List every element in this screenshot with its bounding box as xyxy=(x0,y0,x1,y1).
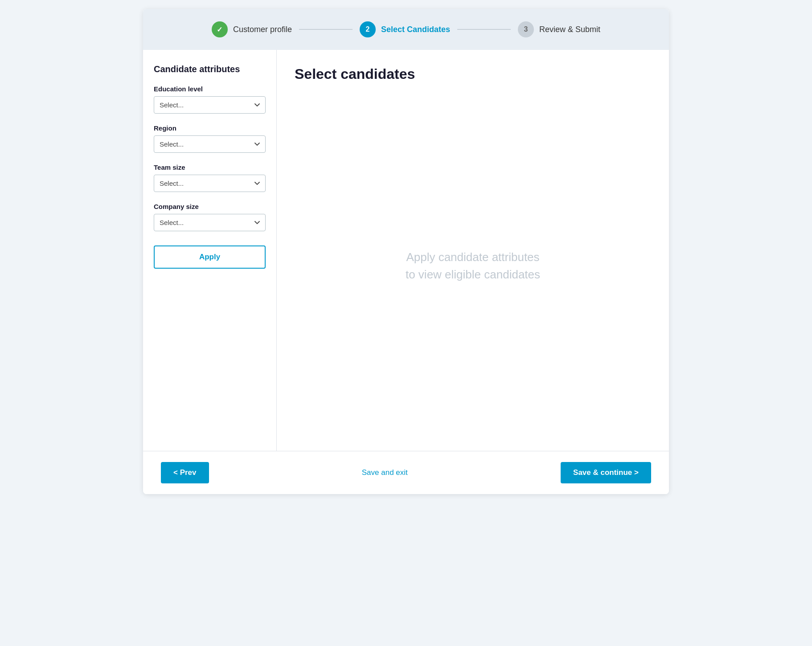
step-1-circle: ✓ xyxy=(212,21,228,37)
region-label: Region xyxy=(154,124,266,132)
apply-button[interactable]: Apply xyxy=(154,245,266,269)
company-size-select[interactable]: Select... Small Medium Large Enterprise xyxy=(154,214,266,231)
prev-button[interactable]: < Prev xyxy=(161,462,209,483)
filter-group-region: Region Select... North America Europe As… xyxy=(154,124,266,153)
step-connector-1-2 xyxy=(299,29,353,30)
empty-state-text: Apply candidate attributes to view eligi… xyxy=(406,249,540,283)
empty-state-line-2: to view eligible candidates xyxy=(406,266,540,283)
step-3-circle: 3 xyxy=(518,21,534,37)
save-continue-button[interactable]: Save & continue > xyxy=(561,462,651,483)
team-size-label: Team size xyxy=(154,164,266,171)
step-2-label: Select Candidates xyxy=(381,25,450,34)
step-connector-2-3 xyxy=(457,29,511,30)
save-exit-button[interactable]: Save and exit xyxy=(353,462,417,483)
step-1-label: Customer profile xyxy=(233,25,292,34)
filter-group-education: Education level Select... High School Ba… xyxy=(154,85,266,114)
team-size-select[interactable]: Select... 1-10 11-50 51-200 200+ xyxy=(154,175,266,192)
wizard-step-review-submit: 3 Review & Submit xyxy=(518,21,600,37)
page-title: Select candidates xyxy=(295,66,651,82)
footer: < Prev Save and exit Save & continue > xyxy=(143,451,669,494)
wizard-header: ✓ Customer profile 2 Select Candidates 3… xyxy=(143,9,669,50)
sidebar-title: Candidate attributes xyxy=(154,64,266,74)
checkmark-icon: ✓ xyxy=(217,25,222,34)
content-area: Select candidates Apply candidate attrib… xyxy=(277,50,669,451)
filter-group-company-size: Company size Select... Small Medium Larg… xyxy=(154,203,266,231)
empty-state: Apply candidate attributes to view eligi… xyxy=(295,97,651,435)
education-label: Education level xyxy=(154,85,266,93)
step-3-label: Review & Submit xyxy=(539,25,600,34)
region-select[interactable]: Select... North America Europe Asia Othe… xyxy=(154,135,266,153)
education-select[interactable]: Select... High School Bachelor's Master'… xyxy=(154,96,266,114)
page-container: ✓ Customer profile 2 Select Candidates 3… xyxy=(143,9,669,494)
empty-state-line-1: Apply candidate attributes xyxy=(406,249,540,266)
step-2-number: 2 xyxy=(366,25,370,33)
step-2-circle: 2 xyxy=(360,21,376,37)
wizard-step-select-candidates: 2 Select Candidates xyxy=(360,21,450,37)
filter-group-team-size: Team size Select... 1-10 11-50 51-200 20… xyxy=(154,164,266,192)
sidebar: Candidate attributes Education level Sel… xyxy=(143,50,277,451)
step-3-number: 3 xyxy=(524,25,528,33)
wizard-step-customer-profile: ✓ Customer profile xyxy=(212,21,292,37)
main-content: Candidate attributes Education level Sel… xyxy=(143,50,669,451)
company-size-label: Company size xyxy=(154,203,266,210)
